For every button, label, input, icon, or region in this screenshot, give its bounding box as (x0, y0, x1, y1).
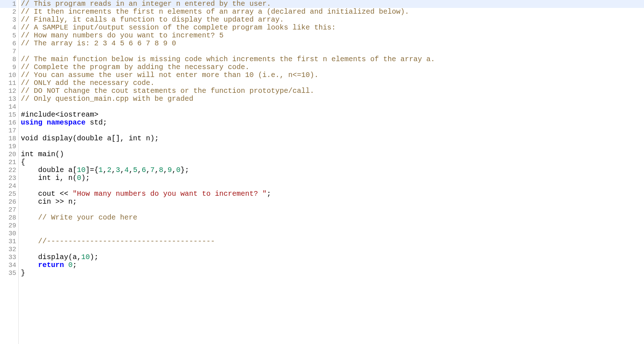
code-token: // Finally, it calls a function to displ… (21, 15, 284, 24)
code-line[interactable]: int i, n(0); (21, 174, 644, 182)
code-line[interactable]: // You can assume the user will not ente… (21, 71, 644, 79)
code-line[interactable] (21, 222, 644, 230)
line-number: 23 (0, 174, 16, 182)
code-token: 3 (116, 166, 120, 174)
code-token: //--------------------------------------… (38, 237, 215, 245)
line-number: 34 (0, 261, 16, 269)
code-line[interactable]: display(a,10); (21, 253, 644, 261)
code-line[interactable]: // Complete the program by adding the ne… (21, 63, 644, 71)
line-number: 30 (0, 230, 16, 237)
code-token: , (129, 166, 133, 174)
code-token: // Only question_main.cpp with be graded (21, 95, 193, 103)
code-token: , (137, 166, 142, 174)
line-number: 3 (0, 16, 16, 24)
code-token: cout << (21, 190, 73, 198)
code-token: ]={ (86, 166, 98, 174)
code-line[interactable] (21, 182, 644, 190)
code-line[interactable]: // ONLY add the necessary code. (21, 79, 644, 87)
code-token (21, 261, 38, 269)
code-token: // How many numbers do you want to incre… (21, 31, 224, 40)
code-token: // You can assume the user will not ente… (21, 71, 318, 79)
line-number: 25 (0, 190, 16, 198)
code-token: { (21, 158, 25, 166)
code-line[interactable]: void display(double a[], int n); (21, 135, 644, 142)
code-token: , (163, 166, 167, 174)
code-line[interactable] (21, 245, 644, 253)
code-token (42, 118, 47, 127)
code-line[interactable]: cin >> n; (21, 198, 644, 206)
code-token: namespace (47, 118, 86, 127)
code-line[interactable]: // Only question_main.cpp with be graded (21, 95, 644, 103)
code-line[interactable]: // How many numbers do you want to incre… (21, 32, 644, 40)
code-line[interactable] (21, 127, 644, 135)
code-token: display(a, (21, 253, 81, 261)
code-token: void display(double a[], int n); (21, 134, 159, 142)
line-number: 22 (0, 166, 16, 174)
code-token: int i, n( (21, 174, 77, 182)
line-number: 8 (0, 55, 16, 63)
code-line[interactable]: double a[10]={1,2,3,4,5,6,7,8,9,0}; (21, 166, 644, 174)
code-token: int main() (21, 150, 64, 158)
code-line[interactable] (21, 47, 644, 55)
code-token: 9 (167, 166, 172, 174)
code-line[interactable]: //--------------------------------------… (21, 237, 644, 245)
code-line[interactable]: // Finally, it calls a function to displ… (21, 16, 644, 24)
code-token: // The main function below is missing co… (21, 55, 435, 63)
code-line[interactable]: // It then increments the first n elemen… (21, 8, 644, 16)
line-number: 24 (0, 182, 16, 190)
code-line[interactable]: int main() (21, 150, 644, 158)
code-token: 7 (150, 166, 155, 174)
code-token: // DO NOT change the cout statements or … (21, 87, 314, 95)
code-token: 8 (159, 166, 163, 174)
code-token: 4 (124, 166, 129, 174)
line-number: 27 (0, 206, 16, 214)
line-number: 2 (0, 8, 16, 16)
code-line[interactable]: // Write your code here (21, 214, 644, 222)
line-number: 18 (0, 135, 16, 142)
code-token: // Write your code here (38, 213, 137, 222)
code-line[interactable]: // This program reads in an integer n en… (21, 0, 644, 8)
line-number: 19 (0, 142, 16, 150)
code-token: std; (86, 118, 107, 127)
code-token: 0 (77, 174, 81, 182)
code-token: ; (267, 190, 271, 198)
code-line[interactable]: // A SAMPLE input/output session of the … (21, 24, 644, 32)
code-line[interactable]: } (21, 269, 644, 277)
code-line[interactable] (21, 103, 644, 111)
code-area[interactable]: // This program reads in an integer n en… (19, 0, 644, 344)
code-editor[interactable]: 1234567891011121314151617181920212223242… (0, 0, 644, 344)
code-token (64, 261, 68, 269)
code-line[interactable] (21, 142, 644, 150)
code-line[interactable]: // The main function below is missing co… (21, 55, 644, 63)
code-line[interactable]: cout << "How many numbers do you want to… (21, 190, 644, 198)
code-token: return (38, 261, 64, 269)
code-token (21, 237, 38, 245)
line-number: 33 (0, 253, 16, 261)
code-token: 10 (81, 253, 90, 261)
code-line[interactable]: using namespace std; (21, 119, 644, 127)
code-token: 1 (98, 166, 103, 174)
code-line[interactable]: { (21, 158, 644, 166)
code-token: , (103, 166, 107, 174)
code-line[interactable] (21, 206, 644, 214)
line-number: 10 (0, 71, 16, 79)
code-line[interactable]: #include<iostream> (21, 111, 644, 119)
code-line[interactable]: // DO NOT change the cout statements or … (21, 87, 644, 95)
code-token: // A SAMPLE input/output session of the … (21, 23, 336, 32)
code-line[interactable]: // The array is: 2 3 4 5 6 6 7 8 9 0 (21, 40, 644, 47)
line-number: 32 (0, 245, 16, 253)
line-number: 16 (0, 119, 16, 127)
code-line[interactable] (21, 230, 644, 237)
code-token: 0 (68, 261, 73, 269)
code-token: // Complete the program by adding the ne… (21, 63, 249, 71)
line-number: 4 (0, 24, 16, 32)
code-token: ); (81, 174, 90, 182)
code-line[interactable]: return 0; (21, 261, 644, 269)
line-number: 6 (0, 40, 16, 47)
code-token: 5 (133, 166, 137, 174)
code-token: } (21, 269, 25, 277)
code-token: double a[ (21, 166, 77, 174)
code-token: ; (73, 261, 77, 269)
code-token: 2 (107, 166, 111, 174)
code-token: 10 (77, 166, 86, 174)
